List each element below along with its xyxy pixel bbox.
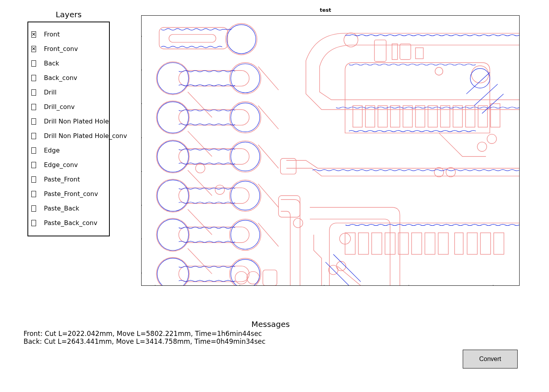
svg-point-13 [156,179,189,212]
svg-point-9 [156,140,189,173]
svg-rect-0 [159,27,228,49]
layer-row-drill-conv[interactable]: Drill_conv [31,100,107,114]
messages-lines: Front: Cut L=2022.042mm, Move L=5802.221… [24,330,518,345]
messages-panel: Messages Front: Cut L=2022.042mm, Move L… [24,319,518,345]
checkbox-icon[interactable] [31,104,36,110]
layer-row-front[interactable]: Front [31,27,107,42]
svg-rect-34 [403,106,413,127]
layer-label: Edge [44,147,60,154]
messages-title: Messages [24,319,518,329]
x-tick: 65 [320,285,327,286]
layers-list: FrontFront_convBackBack_convDrillDrill_c… [27,22,110,236]
svg-rect-35 [416,106,425,127]
layer-label: Edge_conv [44,161,78,169]
y-tick: 18 [141,202,142,208]
svg-point-3 [156,62,189,95]
layer-row-drill[interactable]: Drill [31,85,107,100]
layer-row-paste-front[interactable]: Paste_Front [31,172,107,187]
layer-row-back-conv[interactable]: Back_conv [31,71,107,85]
checkbox-icon[interactable] [31,75,36,81]
svg-rect-47 [278,196,300,217]
layer-label: Drill [44,89,56,96]
svg-rect-59 [480,233,491,254]
y-tick: 14 [141,270,142,276]
checkbox-icon[interactable] [31,31,36,38]
x-tick: 75 [489,285,496,286]
pcb-drawing [142,16,519,286]
svg-rect-57 [454,233,463,254]
checkbox-icon[interactable] [31,147,36,154]
checkbox-icon[interactable] [31,162,36,168]
checkbox-icon[interactable] [31,220,36,226]
svg-rect-27 [416,48,424,59]
plot-area: test [125,7,525,286]
svg-point-48 [293,218,303,228]
layer-label: Paste_Back [44,205,79,212]
svg-point-11 [230,141,261,172]
svg-rect-33 [391,106,400,127]
svg-point-12 [196,163,205,173]
svg-point-64 [235,272,248,284]
checkbox-icon[interactable] [31,205,36,212]
svg-rect-25 [392,44,398,60]
layer-row-edge[interactable]: Edge [31,143,107,158]
svg-point-17 [156,218,189,251]
svg-point-19 [230,219,261,250]
svg-point-42 [487,134,496,143]
svg-point-8 [230,102,261,133]
svg-rect-38 [453,106,462,127]
layer-label: Front_conv [44,45,78,53]
layer-row-paste-front-conv[interactable]: Paste_Front_conv [31,187,107,201]
layer-row-front-conv[interactable]: Front_conv [31,42,107,56]
svg-point-15 [230,180,261,211]
svg-rect-1 [169,34,216,42]
svg-rect-37 [440,106,450,127]
checkbox-icon[interactable] [31,118,36,125]
svg-rect-54 [412,233,422,254]
svg-rect-51 [372,233,382,254]
svg-rect-44 [280,158,296,174]
svg-point-5 [230,63,261,94]
checkbox-icon[interactable] [31,133,36,139]
message-line: Front: Cut L=2022.042mm, Move L=5802.221… [24,330,518,338]
layer-row-back[interactable]: Back [31,56,107,71]
layer-label: Drill_conv [44,103,75,111]
svg-rect-58 [467,233,477,254]
svg-rect-50 [358,233,369,254]
layer-row-drill-non-plated-hole[interactable]: Drill Non Plated Hole [31,114,107,129]
svg-rect-55 [425,233,435,254]
svg-rect-31 [365,106,375,127]
layer-row-edge-conv[interactable]: Edge_conv [31,158,107,172]
message-line: Back: Cut L=2643.441mm, Move L=3414.758m… [24,338,518,345]
svg-rect-24 [374,40,386,62]
checkbox-icon[interactable] [31,89,36,96]
y-tick: 26 [141,67,142,73]
svg-rect-40 [478,106,487,127]
checkbox-icon[interactable] [31,60,36,67]
layers-panel: Layers FrontFront_convBackBack_convDrill… [27,10,110,236]
layer-row-drill-non-plated-hole-conv[interactable]: Drill Non Plated Hole_conv [31,129,107,143]
svg-rect-60 [494,233,504,254]
svg-point-29 [435,67,443,75]
layer-label: Back_conv [44,74,77,82]
layer-row-paste-back[interactable]: Paste_Back [31,201,107,216]
layer-label: Drill Non Plated Hole_conv [44,132,127,140]
svg-rect-39 [465,106,475,127]
svg-point-2 [226,24,257,55]
layer-row-paste-back-conv[interactable]: Paste_Back_conv [31,216,107,230]
svg-point-43 [477,142,487,151]
checkbox-icon[interactable] [31,176,36,183]
checkbox-icon[interactable] [31,191,36,197]
plot-canvas[interactable]: 14161820222426285560657075 [141,15,520,286]
convert-button[interactable]: Convert [463,350,518,368]
svg-rect-36 [428,106,437,127]
layer-label: Drill Non Plated Hole [44,118,109,125]
y-tick: 22 [141,134,142,141]
svg-rect-66 [263,270,277,286]
svg-point-6 [156,101,189,134]
checkbox-icon[interactable] [31,46,36,52]
y-tick: 28 [141,33,142,39]
layer-label: Paste_Back_conv [44,219,97,227]
plot-title: test [125,7,525,13]
svg-point-16 [215,185,225,194]
